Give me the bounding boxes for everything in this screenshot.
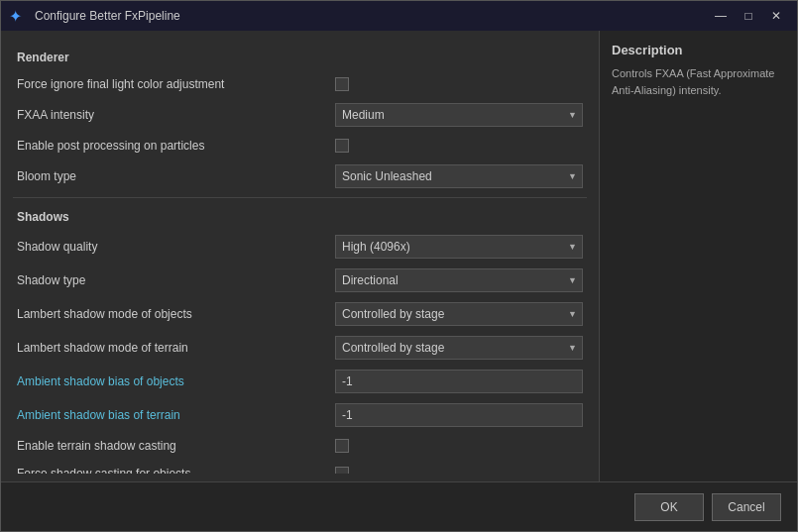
app-icon: ✦ bbox=[9, 7, 27, 25]
enable-post-processing-row: Enable post processing on particles bbox=[13, 132, 587, 160]
bloom-type-dropdown-wrapper: Sonic Unleashed Standard None bbox=[335, 164, 583, 188]
title-bar: ✦ Configure Better FxPipeline — □ ✕ bbox=[1, 1, 797, 31]
fxaa-intensity-control: Low Medium High Ultra bbox=[335, 103, 583, 127]
fxaa-intensity-label: FXAA intensity bbox=[17, 108, 335, 122]
ambient-shadow-bias-objects-control bbox=[335, 370, 583, 393]
lambert-shadow-terrain-row: Lambert shadow mode of terrain Controlle… bbox=[13, 331, 587, 365]
ambient-shadow-bias-objects-label: Ambient shadow bias of objects bbox=[17, 374, 335, 388]
shadow-type-control: Directional Omni Spot bbox=[335, 268, 583, 292]
bloom-type-row: Bloom type Sonic Unleashed Standard None bbox=[13, 160, 587, 193]
main-panel: Renderer Force ignore final light color … bbox=[1, 31, 599, 481]
force-shadow-casting-row: Force shadow casting for objects bbox=[13, 460, 587, 474]
ok-button[interactable]: OK bbox=[634, 493, 704, 521]
force-ignore-final-light-label: Force ignore final light color adjustmen… bbox=[17, 77, 335, 91]
ambient-shadow-bias-terrain-label: Ambient shadow bias of terrain bbox=[17, 408, 335, 422]
renderer-divider bbox=[13, 197, 587, 198]
shadow-quality-label: Shadow quality bbox=[17, 240, 335, 254]
lambert-shadow-objects-label: Lambert shadow mode of objects bbox=[17, 307, 335, 321]
enable-post-processing-control bbox=[335, 139, 583, 153]
maximize-button[interactable]: □ bbox=[736, 6, 761, 26]
enable-terrain-shadow-control bbox=[335, 439, 583, 453]
lambert-shadow-objects-control: Controlled by stage Controlled stage Alw… bbox=[335, 302, 583, 326]
description-panel: Description Controls FXAA (Fast Approxim… bbox=[599, 31, 797, 481]
shadow-type-dropdown[interactable]: Directional Omni Spot bbox=[335, 268, 583, 292]
lambert-shadow-terrain-dropdown[interactable]: Controlled by stage Controlled stage Alw… bbox=[335, 336, 583, 360]
bloom-type-control: Sonic Unleashed Standard None bbox=[335, 164, 583, 188]
force-ignore-final-light-row: Force ignore final light color adjustmen… bbox=[13, 70, 587, 98]
ambient-shadow-bias-objects-input[interactable] bbox=[335, 370, 583, 393]
lambert-shadow-terrain-control: Controlled by stage Controlled stage Alw… bbox=[335, 336, 583, 360]
renderer-section-header: Renderer bbox=[13, 43, 587, 70]
fxaa-intensity-dropdown[interactable]: Low Medium High Ultra bbox=[335, 103, 583, 127]
enable-terrain-shadow-checkbox[interactable] bbox=[335, 439, 349, 453]
bloom-type-label: Bloom type bbox=[17, 169, 335, 183]
ambient-shadow-bias-terrain-input[interactable] bbox=[335, 403, 583, 427]
scrollable-content[interactable]: Renderer Force ignore final light color … bbox=[1, 39, 599, 474]
enable-post-processing-label: Enable post processing on particles bbox=[17, 139, 335, 153]
enable-post-processing-checkbox[interactable] bbox=[335, 139, 349, 153]
shadows-section-header: Shadows bbox=[13, 202, 587, 230]
force-shadow-casting-control bbox=[335, 467, 583, 474]
minimize-button[interactable]: — bbox=[708, 6, 734, 26]
shadow-quality-row: Shadow quality Low (512x) Medium (1024x)… bbox=[13, 230, 587, 264]
lambert-shadow-terrain-dropdown-wrapper: Controlled by stage Controlled stage Alw… bbox=[335, 336, 583, 360]
bloom-type-dropdown[interactable]: Sonic Unleashed Standard None bbox=[335, 164, 583, 188]
ambient-shadow-bias-terrain-control bbox=[335, 403, 583, 427]
enable-terrain-shadow-label: Enable terrain shadow casting bbox=[17, 439, 335, 453]
main-window: ✦ Configure Better FxPipeline — □ ✕ Rend… bbox=[0, 0, 798, 532]
force-ignore-final-light-checkbox[interactable] bbox=[335, 77, 349, 91]
force-ignore-final-light-control bbox=[335, 77, 583, 91]
close-button[interactable]: ✕ bbox=[763, 6, 789, 26]
shadow-type-label: Shadow type bbox=[17, 273, 335, 287]
lambert-shadow-terrain-label: Lambert shadow mode of terrain bbox=[17, 341, 335, 355]
ambient-shadow-bias-terrain-row: Ambient shadow bias of terrain bbox=[13, 398, 587, 432]
shadow-quality-control: Low (512x) Medium (1024x) High (4096x) U… bbox=[335, 235, 583, 259]
shadow-quality-dropdown[interactable]: Low (512x) Medium (1024x) High (4096x) U… bbox=[335, 235, 583, 259]
fxaa-intensity-row: FXAA intensity Low Medium High Ultra bbox=[13, 98, 587, 132]
cancel-button[interactable]: Cancel bbox=[712, 493, 781, 521]
enable-terrain-shadow-row: Enable terrain shadow casting bbox=[13, 432, 587, 460]
shadow-type-row: Shadow type Directional Omni Spot bbox=[13, 264, 587, 297]
lambert-shadow-objects-dropdown[interactable]: Controlled by stage Controlled stage Alw… bbox=[335, 302, 583, 326]
window-title: Configure Better FxPipeline bbox=[35, 9, 708, 23]
shadow-type-dropdown-wrapper: Directional Omni Spot bbox=[335, 268, 583, 292]
bottom-bar: OK Cancel bbox=[1, 481, 797, 531]
fxaa-intensity-dropdown-wrapper: Low Medium High Ultra bbox=[335, 103, 583, 127]
ambient-shadow-bias-objects-row: Ambient shadow bias of objects bbox=[13, 365, 587, 398]
content-area: Renderer Force ignore final light color … bbox=[1, 31, 797, 481]
description-title: Description bbox=[612, 43, 785, 57]
window-controls: — □ ✕ bbox=[708, 6, 789, 26]
lambert-shadow-objects-dropdown-wrapper: Controlled by stage Controlled stage Alw… bbox=[335, 302, 583, 326]
force-shadow-casting-checkbox[interactable] bbox=[335, 467, 349, 474]
force-shadow-casting-label: Force shadow casting for objects bbox=[17, 467, 335, 474]
description-text: Controls FXAA (Fast Approximate Anti-Ali… bbox=[612, 65, 785, 98]
shadow-quality-dropdown-wrapper: Low (512x) Medium (1024x) High (4096x) U… bbox=[335, 235, 583, 259]
lambert-shadow-objects-row: Lambert shadow mode of objects Controlle… bbox=[13, 297, 587, 331]
